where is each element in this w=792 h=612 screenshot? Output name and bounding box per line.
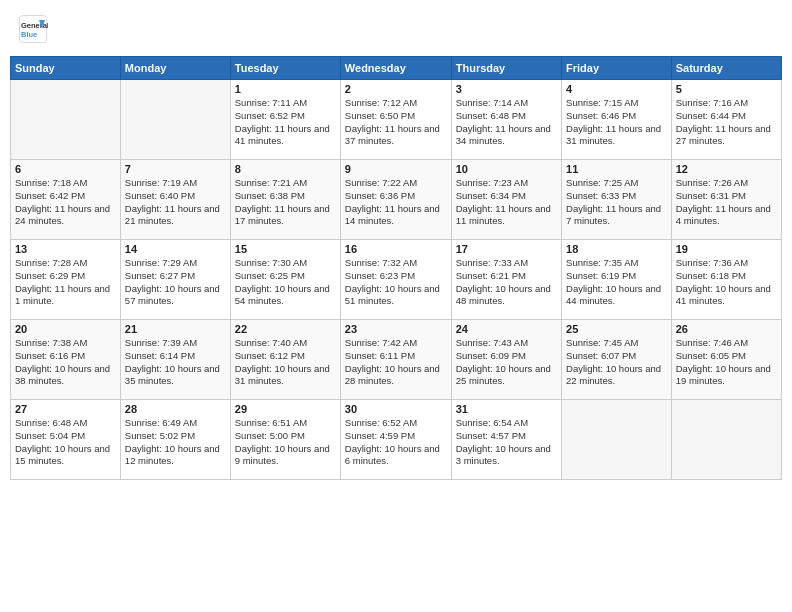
calendar-cell: 27Sunrise: 6:48 AM Sunset: 5:04 PM Dayli… [11, 400, 121, 480]
calendar-cell: 5Sunrise: 7:16 AM Sunset: 6:44 PM Daylig… [671, 80, 781, 160]
calendar-cell: 25Sunrise: 7:45 AM Sunset: 6:07 PM Dayli… [562, 320, 672, 400]
calendar-cell: 11Sunrise: 7:25 AM Sunset: 6:33 PM Dayli… [562, 160, 672, 240]
calendar-cell: 26Sunrise: 7:46 AM Sunset: 6:05 PM Dayli… [671, 320, 781, 400]
day-number: 27 [15, 403, 116, 415]
day-number: 10 [456, 163, 557, 175]
page-header: General Blue [10, 10, 782, 48]
calendar-cell [11, 80, 121, 160]
logo: General Blue [18, 14, 52, 44]
day-number: 14 [125, 243, 226, 255]
day-number: 28 [125, 403, 226, 415]
calendar-cell [562, 400, 672, 480]
day-number: 17 [456, 243, 557, 255]
day-number: 23 [345, 323, 447, 335]
calendar-cell: 7Sunrise: 7:19 AM Sunset: 6:40 PM Daylig… [120, 160, 230, 240]
day-info: Sunrise: 7:35 AM Sunset: 6:19 PM Dayligh… [566, 257, 667, 308]
weekday-header-friday: Friday [562, 57, 672, 80]
calendar-cell: 29Sunrise: 6:51 AM Sunset: 5:00 PM Dayli… [230, 400, 340, 480]
day-info: Sunrise: 6:49 AM Sunset: 5:02 PM Dayligh… [125, 417, 226, 468]
day-number: 26 [676, 323, 777, 335]
calendar-cell: 2Sunrise: 7:12 AM Sunset: 6:50 PM Daylig… [340, 80, 451, 160]
weekday-header-thursday: Thursday [451, 57, 561, 80]
day-number: 7 [125, 163, 226, 175]
day-number: 5 [676, 83, 777, 95]
calendar-week-row: 1Sunrise: 7:11 AM Sunset: 6:52 PM Daylig… [11, 80, 782, 160]
day-info: Sunrise: 7:23 AM Sunset: 6:34 PM Dayligh… [456, 177, 557, 228]
day-info: Sunrise: 7:26 AM Sunset: 6:31 PM Dayligh… [676, 177, 777, 228]
day-info: Sunrise: 7:42 AM Sunset: 6:11 PM Dayligh… [345, 337, 447, 388]
day-number: 20 [15, 323, 116, 335]
calendar-cell: 9Sunrise: 7:22 AM Sunset: 6:36 PM Daylig… [340, 160, 451, 240]
day-number: 31 [456, 403, 557, 415]
day-number: 15 [235, 243, 336, 255]
day-number: 4 [566, 83, 667, 95]
calendar-cell: 22Sunrise: 7:40 AM Sunset: 6:12 PM Dayli… [230, 320, 340, 400]
day-info: Sunrise: 7:25 AM Sunset: 6:33 PM Dayligh… [566, 177, 667, 228]
calendar-week-row: 27Sunrise: 6:48 AM Sunset: 5:04 PM Dayli… [11, 400, 782, 480]
calendar-cell: 30Sunrise: 6:52 AM Sunset: 4:59 PM Dayli… [340, 400, 451, 480]
calendar-week-row: 13Sunrise: 7:28 AM Sunset: 6:29 PM Dayli… [11, 240, 782, 320]
day-info: Sunrise: 7:45 AM Sunset: 6:07 PM Dayligh… [566, 337, 667, 388]
day-number: 9 [345, 163, 447, 175]
day-number: 24 [456, 323, 557, 335]
day-info: Sunrise: 7:16 AM Sunset: 6:44 PM Dayligh… [676, 97, 777, 148]
calendar-cell: 6Sunrise: 7:18 AM Sunset: 6:42 PM Daylig… [11, 160, 121, 240]
calendar-cell: 10Sunrise: 7:23 AM Sunset: 6:34 PM Dayli… [451, 160, 561, 240]
day-number: 3 [456, 83, 557, 95]
weekday-header-row: SundayMondayTuesdayWednesdayThursdayFrid… [11, 57, 782, 80]
day-info: Sunrise: 7:21 AM Sunset: 6:38 PM Dayligh… [235, 177, 336, 228]
day-number: 13 [15, 243, 116, 255]
calendar-cell: 31Sunrise: 6:54 AM Sunset: 4:57 PM Dayli… [451, 400, 561, 480]
calendar-cell [671, 400, 781, 480]
calendar-cell: 3Sunrise: 7:14 AM Sunset: 6:48 PM Daylig… [451, 80, 561, 160]
calendar-cell: 20Sunrise: 7:38 AM Sunset: 6:16 PM Dayli… [11, 320, 121, 400]
calendar-cell: 14Sunrise: 7:29 AM Sunset: 6:27 PM Dayli… [120, 240, 230, 320]
day-number: 1 [235, 83, 336, 95]
day-number: 22 [235, 323, 336, 335]
calendar-cell: 12Sunrise: 7:26 AM Sunset: 6:31 PM Dayli… [671, 160, 781, 240]
logo-icon: General Blue [18, 14, 48, 44]
calendar-cell: 16Sunrise: 7:32 AM Sunset: 6:23 PM Dayli… [340, 240, 451, 320]
calendar-cell: 24Sunrise: 7:43 AM Sunset: 6:09 PM Dayli… [451, 320, 561, 400]
day-info: Sunrise: 7:36 AM Sunset: 6:18 PM Dayligh… [676, 257, 777, 308]
calendar-week-row: 6Sunrise: 7:18 AM Sunset: 6:42 PM Daylig… [11, 160, 782, 240]
day-info: Sunrise: 7:46 AM Sunset: 6:05 PM Dayligh… [676, 337, 777, 388]
weekday-header-sunday: Sunday [11, 57, 121, 80]
day-number: 2 [345, 83, 447, 95]
calendar-table: SundayMondayTuesdayWednesdayThursdayFrid… [10, 56, 782, 480]
weekday-header-tuesday: Tuesday [230, 57, 340, 80]
day-info: Sunrise: 7:40 AM Sunset: 6:12 PM Dayligh… [235, 337, 336, 388]
day-number: 12 [676, 163, 777, 175]
calendar-body: 1Sunrise: 7:11 AM Sunset: 6:52 PM Daylig… [11, 80, 782, 480]
day-info: Sunrise: 7:33 AM Sunset: 6:21 PM Dayligh… [456, 257, 557, 308]
day-info: Sunrise: 7:12 AM Sunset: 6:50 PM Dayligh… [345, 97, 447, 148]
day-number: 8 [235, 163, 336, 175]
day-info: Sunrise: 7:43 AM Sunset: 6:09 PM Dayligh… [456, 337, 557, 388]
day-number: 16 [345, 243, 447, 255]
day-info: Sunrise: 6:52 AM Sunset: 4:59 PM Dayligh… [345, 417, 447, 468]
calendar-cell: 8Sunrise: 7:21 AM Sunset: 6:38 PM Daylig… [230, 160, 340, 240]
calendar-cell: 4Sunrise: 7:15 AM Sunset: 6:46 PM Daylig… [562, 80, 672, 160]
svg-text:Blue: Blue [21, 30, 37, 39]
day-info: Sunrise: 6:48 AM Sunset: 5:04 PM Dayligh… [15, 417, 116, 468]
weekday-header-wednesday: Wednesday [340, 57, 451, 80]
calendar-cell: 15Sunrise: 7:30 AM Sunset: 6:25 PM Dayli… [230, 240, 340, 320]
day-info: Sunrise: 7:19 AM Sunset: 6:40 PM Dayligh… [125, 177, 226, 228]
day-number: 19 [676, 243, 777, 255]
day-info: Sunrise: 6:54 AM Sunset: 4:57 PM Dayligh… [456, 417, 557, 468]
calendar-cell: 23Sunrise: 7:42 AM Sunset: 6:11 PM Dayli… [340, 320, 451, 400]
day-info: Sunrise: 7:15 AM Sunset: 6:46 PM Dayligh… [566, 97, 667, 148]
day-info: Sunrise: 7:28 AM Sunset: 6:29 PM Dayligh… [15, 257, 116, 308]
weekday-header-monday: Monday [120, 57, 230, 80]
calendar-cell: 1Sunrise: 7:11 AM Sunset: 6:52 PM Daylig… [230, 80, 340, 160]
day-number: 18 [566, 243, 667, 255]
day-info: Sunrise: 6:51 AM Sunset: 5:00 PM Dayligh… [235, 417, 336, 468]
calendar-cell: 19Sunrise: 7:36 AM Sunset: 6:18 PM Dayli… [671, 240, 781, 320]
day-info: Sunrise: 7:29 AM Sunset: 6:27 PM Dayligh… [125, 257, 226, 308]
day-number: 6 [15, 163, 116, 175]
calendar-cell: 28Sunrise: 6:49 AM Sunset: 5:02 PM Dayli… [120, 400, 230, 480]
day-number: 25 [566, 323, 667, 335]
day-info: Sunrise: 7:38 AM Sunset: 6:16 PM Dayligh… [15, 337, 116, 388]
day-number: 30 [345, 403, 447, 415]
day-info: Sunrise: 7:32 AM Sunset: 6:23 PM Dayligh… [345, 257, 447, 308]
